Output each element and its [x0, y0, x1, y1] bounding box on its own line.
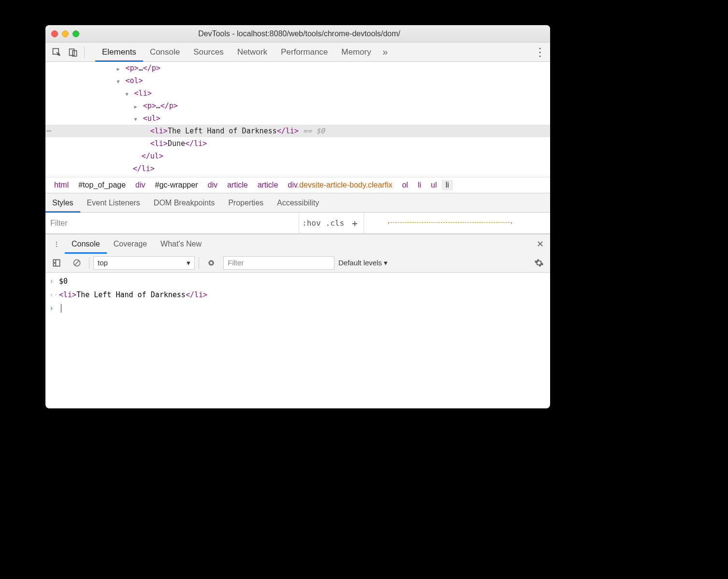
- drawer-close-icon[interactable]: ✕: [533, 239, 547, 249]
- bc-div2[interactable]: div: [203, 181, 222, 189]
- live-expression-icon[interactable]: [204, 256, 218, 270]
- hov-toggle[interactable]: :hov: [302, 218, 321, 228]
- text-cursor: [61, 304, 61, 313]
- log-levels-selector[interactable]: Default levels ▾: [338, 259, 388, 267]
- console-settings-icon[interactable]: [532, 256, 546, 270]
- zoom-window-button[interactable]: [73, 30, 79, 37]
- dom-node-ul-close[interactable]: </ul>: [45, 150, 550, 162]
- styles-filter-input[interactable]: Filter: [45, 213, 299, 233]
- tab-console[interactable]: Console: [143, 43, 187, 62]
- bc-li1[interactable]: li: [413, 181, 426, 189]
- bc-top[interactable]: #top_of_page: [73, 181, 131, 189]
- settings-menu-icon[interactable]: ⋮: [533, 45, 547, 59]
- stab-styles[interactable]: Styles: [45, 193, 80, 213]
- tab-sources[interactable]: Sources: [187, 43, 230, 62]
- svg-point-6: [210, 261, 213, 264]
- chevron-down-icon: ▾: [384, 259, 388, 267]
- minimize-window-button[interactable]: [62, 30, 69, 37]
- bc-gc[interactable]: #gc-wrapper: [150, 181, 203, 189]
- console-result: <li>The Left Hand of Darkness</li>: [59, 290, 546, 299]
- dom-node-ol[interactable]: ▼ <ol>: [45, 74, 550, 87]
- main-tabbar: Elements Console Sources Network Perform…: [45, 43, 550, 62]
- styles-filterbar: Filter :hov .cls +: [45, 213, 550, 234]
- close-window-button[interactable]: [51, 30, 58, 37]
- dtab-console[interactable]: Console: [65, 234, 107, 254]
- dtab-coverage[interactable]: Coverage: [107, 234, 154, 254]
- svg-rect-1: [70, 49, 74, 55]
- console-row-output[interactable]: ‹· <li>The Left Hand of Darkness</li>: [49, 288, 546, 302]
- bc-article2[interactable]: article: [253, 181, 283, 189]
- dom-node-ul[interactable]: ▼ <ul>: [45, 112, 550, 125]
- dom-breadcrumb[interactable]: html #top_of_page div #gc-wrapper div ar…: [45, 177, 550, 193]
- tab-memory[interactable]: Memory: [335, 43, 378, 62]
- chevron-down-icon: ▾: [187, 259, 190, 267]
- console-output[interactable]: › $0 ‹· <li>The Left Hand of Darkness</l…: [45, 273, 550, 317]
- bc-div1[interactable]: div: [131, 181, 150, 189]
- dtab-whatsnew[interactable]: What's New: [154, 234, 208, 254]
- new-style-rule-icon[interactable]: +: [349, 217, 361, 229]
- stab-props[interactable]: Properties: [221, 193, 270, 213]
- devtools-window: DevTools - localhost:8080/web/tools/chro…: [45, 25, 550, 408]
- styles-tabbar: Styles Event Listeners DOM Breakpoints P…: [45, 193, 550, 213]
- box-model-preview: [388, 222, 512, 224]
- dom-node-p[interactable]: ▶ <p>…</p>: [45, 62, 550, 74]
- expand-icon[interactable]: ›: [49, 277, 59, 286]
- dom-node-selected[interactable]: <li>The Left Hand of Darkness</li> == $0: [45, 125, 550, 137]
- bc-article1[interactable]: article: [222, 181, 253, 189]
- more-tabs-icon[interactable]: »: [378, 46, 393, 58]
- console-row-input[interactable]: › $0: [49, 275, 546, 288]
- bc-html[interactable]: html: [49, 181, 73, 189]
- output-icon: ‹·: [49, 290, 59, 299]
- tab-elements[interactable]: Elements: [95, 43, 143, 62]
- dom-node-li[interactable]: ▼ <li>: [45, 87, 550, 100]
- console-toolbar: top ▾ Filter Default levels ▾: [45, 253, 550, 273]
- titlebar: DevTools - localhost:8080/web/tools/chro…: [45, 25, 550, 43]
- dom-node-p-inner[interactable]: ▶ <p>…</p>: [45, 100, 550, 112]
- inspect-element-icon[interactable]: [49, 45, 64, 59]
- console-expr: $0: [59, 277, 546, 286]
- hov-cls-controls: :hov .cls +: [299, 213, 364, 233]
- svg-rect-3: [53, 260, 59, 266]
- prompt-icon: ›: [49, 304, 59, 313]
- dom-node-li-close[interactable]: </li>: [45, 162, 550, 175]
- console-filter-input[interactable]: Filter: [223, 256, 335, 270]
- bc-ol[interactable]: ol: [397, 181, 413, 189]
- tab-performance[interactable]: Performance: [274, 43, 335, 62]
- main-tabs: Elements Console Sources Network Perform…: [95, 43, 378, 62]
- stab-dom[interactable]: DOM Breakpoints: [147, 193, 221, 213]
- console-prompt[interactable]: ›: [49, 302, 546, 315]
- bc-divclass[interactable]: .devsite-article-body.clearfix: [297, 181, 393, 189]
- bc-ul[interactable]: ul: [426, 181, 441, 189]
- window-title: DevTools - localhost:8080/web/tools/chro…: [79, 29, 519, 38]
- bc-divclass-tag[interactable]: div: [288, 181, 297, 189]
- tab-network[interactable]: Network: [231, 43, 274, 62]
- stab-events[interactable]: Event Listeners: [80, 193, 147, 213]
- elements-panel[interactable]: ▶ <p>…</p> ▼ <ol> ▼ <li> ▶ <p>…</p> ▼ <u…: [45, 62, 550, 177]
- drawer-menu-icon[interactable]: ⋮: [49, 237, 64, 251]
- device-toggle-icon[interactable]: [66, 45, 80, 59]
- cls-toggle[interactable]: .cls: [326, 218, 345, 228]
- dom-node-li-dune[interactable]: <li>Dune</li>: [45, 137, 550, 150]
- bc-li-active[interactable]: li: [442, 180, 453, 190]
- drawer-tabbar: ⋮ Console Coverage What's New ✕: [45, 234, 550, 253]
- traffic-lights: [51, 30, 79, 37]
- console-sidebar-icon[interactable]: [49, 256, 64, 270]
- stab-a11y[interactable]: Accessibility: [270, 193, 326, 213]
- context-selector[interactable]: top ▾: [93, 256, 195, 270]
- clear-console-icon[interactable]: [70, 256, 84, 270]
